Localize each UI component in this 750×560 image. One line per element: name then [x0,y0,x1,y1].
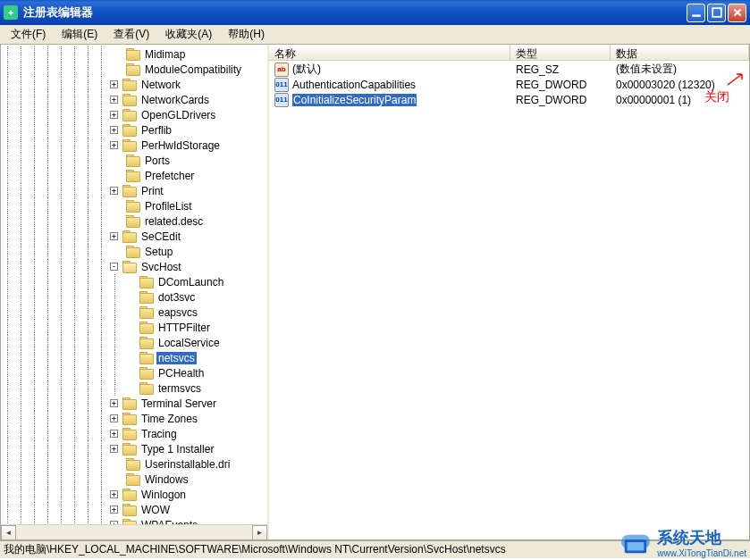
tree-node[interactable]: Prefetcher [1,168,267,183]
expand-toggle[interactable]: + [110,111,118,119]
expand-toggle[interactable]: + [110,445,118,453]
tree-node[interactable]: eapsvcs [1,305,267,320]
tree-node[interactable]: Midimap [1,46,267,62]
registry-tree: MidimapModuleCompatibility+Network+Netwo… [1,45,267,539]
tree-node[interactable]: +Winlogon [1,487,267,502]
tree-node[interactable]: -SvcHost [1,259,267,274]
app-icon: ✦ [4,5,18,20]
tree-node[interactable]: ProfileList [1,198,267,213]
folder-icon [122,261,137,272]
tree-node[interactable]: dot3svc [1,289,267,305]
scroll-left-button[interactable]: ◄ [1,525,16,539]
menu-favorites[interactable]: 收藏夹(A) [158,25,219,44]
expand-toggle[interactable]: + [110,187,118,195]
value-row[interactable]: 011AuthenticationCapabilitiesREG_DWORD0x… [269,77,749,92]
tree-node[interactable]: +Perflib [1,122,267,138]
menu-help[interactable]: 帮助(H) [221,25,272,44]
col-header-data[interactable]: 数据 [611,45,749,60]
tree-node[interactable]: LocalService [1,335,267,350]
tree-node[interactable]: netsvcs [1,350,267,365]
folder-icon [126,48,140,60]
expand-spacer [110,475,122,483]
minimize-button[interactable] [687,4,705,22]
expand-spacer [123,354,135,362]
tree-scroll[interactable]: MidimapModuleCompatibility+Network+Netwo… [1,45,267,539]
value-row[interactable]: ab(默认)REG_SZ(数值未设置) [269,62,749,77]
tree-node-label: Type 1 Installer [139,443,215,456]
col-header-name[interactable]: 名称 [269,45,510,60]
expand-spacer [110,50,122,58]
tree-node-label: WOW [139,504,172,516]
scroll-right-button[interactable]: ► [252,525,267,539]
expand-toggle[interactable]: + [110,399,118,407]
tree-node[interactable]: +Network [1,77,267,92]
tree-node-label: dot3svc [156,291,197,304]
expand-toggle[interactable]: + [110,430,118,438]
tree-pane: MidimapModuleCompatibility+Network+Netwo… [1,45,269,539]
status-bar: 我的电脑\HKEY_LOCAL_MACHINE\SOFTWARE\Microso… [0,540,750,558]
window-buttons [687,4,746,22]
status-path: 我的电脑\HKEY_LOCAL_MACHINE\SOFTWARE\Microso… [4,542,506,557]
tree-node-label: PerHwIdStorage [139,139,222,152]
tree-node[interactable]: Userinstallable.dri [1,456,267,472]
scroll-track[interactable] [16,525,252,539]
folder-icon [139,337,154,348]
tree-node[interactable]: +PerHwIdStorage [1,138,267,153]
tree-node[interactable]: +WOW [1,502,267,517]
expand-toggle[interactable]: + [110,490,118,498]
value-name: (默认) [292,62,321,77]
tree-node[interactable]: +Print [1,183,267,198]
expand-toggle[interactable]: - [110,263,118,271]
tree-node-label: related.desc [143,215,205,228]
tree-node[interactable]: +Time Zones [1,411,267,426]
tree-node-label: Terminal Server [139,397,218,410]
tree-node[interactable]: +Tracing [1,426,267,441]
menu-edit[interactable]: 编辑(E) [55,25,105,44]
folder-icon [139,352,154,364]
tree-node[interactable]: ModuleCompatibility [1,62,267,77]
tree-node[interactable]: HTTPFilter [1,320,267,335]
tree-node-label: netsvcs [156,352,197,364]
tree-node[interactable]: related.desc [1,213,267,229]
tree-node[interactable]: +OpenGLDrivers [1,107,267,122]
close-button[interactable] [728,4,746,22]
expand-toggle[interactable]: + [110,96,118,104]
tree-node[interactable]: PCHealth [1,365,267,380]
tree-node[interactable]: Windows [1,472,267,487]
expand-toggle[interactable]: + [110,232,118,240]
expand-spacer [110,156,122,164]
tree-node-label: NetworkCards [139,94,211,106]
tree-node[interactable]: Ports [1,153,267,168]
folder-icon [139,322,154,333]
folder-icon [126,458,140,470]
tree-h-scrollbar[interactable]: ◄ ► [1,524,267,539]
tree-node-label: HTTPFilter [156,322,212,334]
folder-icon [122,124,137,136]
tree-node[interactable]: +NetworkCards [1,92,267,107]
tree-node[interactable]: +Type 1 Installer [1,441,267,456]
expand-toggle[interactable]: + [110,506,118,514]
tree-node[interactable]: Setup [1,244,267,259]
folder-icon [126,170,140,181]
tree-node[interactable]: +Terminal Server [1,396,267,411]
expand-toggle[interactable]: + [110,126,118,134]
folder-icon [122,94,137,105]
menu-view[interactable]: 查看(V) [106,25,156,44]
value-row[interactable]: 011CoInitializeSecurityParamREG_DWORD0x0… [269,92,749,107]
tree-node-label: OpenGLDrivers [139,109,217,121]
tree-node-label: Tracing [139,428,179,440]
folder-icon [122,397,137,409]
maximize-button[interactable] [707,4,726,22]
tree-node[interactable]: DComLaunch [1,274,267,289]
tree-node[interactable]: termsvcs [1,380,267,396]
folder-icon [139,367,154,379]
menu-file[interactable]: 文件(F) [4,25,53,44]
expand-toggle[interactable]: + [110,141,118,149]
col-header-type[interactable]: 类型 [510,45,611,60]
expand-toggle[interactable]: + [110,414,118,422]
folder-icon [122,489,137,500]
expand-toggle[interactable]: + [110,80,118,88]
tree-node[interactable]: +SeCEdit [1,229,267,244]
folder-icon [126,246,140,257]
tree-node-label: Userinstallable.dri [143,458,232,471]
